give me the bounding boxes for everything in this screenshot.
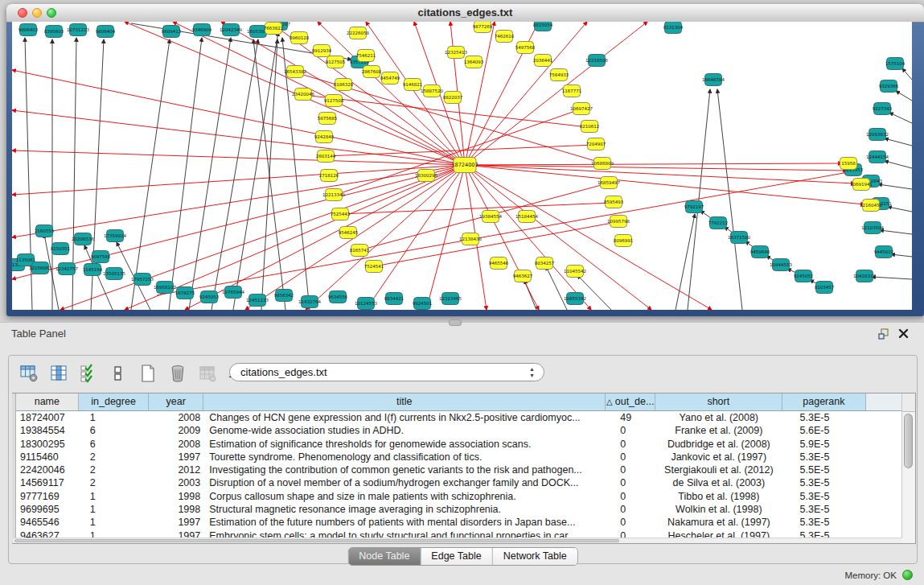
horizontal-scrollbar[interactable] [13, 538, 902, 543]
graph-node[interactable]: 8834421 [384, 293, 405, 305]
column-header-pagerank[interactable]: pagerank [782, 393, 867, 411]
table-cell[interactable]: Genome-wide association studies in ADHD. [203, 424, 606, 437]
graph-node[interactable]: 16371500 [728, 232, 750, 244]
table-cell[interactable]: 1998 [149, 503, 203, 516]
graph-node[interactable]: 5875685 [318, 113, 338, 125]
table-cell[interactable] [866, 516, 902, 529]
graph-edge[interactable] [688, 89, 710, 310]
graph-node[interactable]: 2867608 [362, 66, 382, 78]
delete-table-icon[interactable] [167, 363, 188, 384]
graph-edge[interactable] [253, 39, 285, 310]
graph-node[interactable]: 12213349 [322, 189, 345, 201]
graph-node[interactable]: 1575104 [885, 58, 906, 70]
network-view[interactable]: 9806403839560310731223980640486094139346… [12, 22, 912, 310]
table-cell[interactable]: 5.3E-5 [782, 503, 867, 516]
graph-edge[interactable] [896, 91, 912, 101]
graph-edge[interactable] [878, 184, 912, 189]
table-row[interactable]: 1830029562008Estimation of significance … [16, 438, 902, 451]
graph-edge[interactable] [465, 22, 495, 165]
graph-node[interactable]: 9127508 [324, 95, 344, 107]
tab-node-table[interactable]: Node Table [348, 548, 421, 565]
table-row[interactable]: 969969511998Structural magnetic resonanc… [16, 503, 902, 516]
graph-node[interactable]: 9245052 [794, 270, 814, 282]
graph-node[interactable]: 7525443 [331, 208, 351, 220]
graph-node[interactable]: 10686809 [591, 158, 614, 170]
graph-edge[interactable] [12, 70, 465, 165]
close-panel-icon[interactable] [897, 328, 910, 340]
table-cell[interactable] [866, 438, 902, 451]
graph-node[interactable]: 12138438 [459, 233, 482, 245]
graph-node[interactable]: 8960128 [290, 32, 310, 44]
table-cell[interactable] [866, 424, 902, 437]
table-cell[interactable]: 0 [606, 438, 655, 451]
table-cell[interactable]: Structural magnetic resonance image aver… [203, 503, 606, 516]
table-cell[interactable]: 22420046 [16, 463, 79, 476]
graph-node[interactable]: 13505135 [103, 268, 125, 280]
table-source-select[interactable]: citations_edges.txt ▲▼ [229, 363, 544, 381]
graph-node[interactable]: 9127505 [326, 56, 346, 68]
filter-rows-icon[interactable] [78, 363, 99, 384]
table-cell[interactable]: Investigating the contribution of common… [203, 463, 606, 476]
graph-node[interactable]: 15887520 [421, 85, 443, 97]
table-cell[interactable]: Disruption of a novel member of a sodium… [203, 476, 606, 489]
graph-edge[interactable] [189, 38, 231, 310]
graph-node[interactable]: 9877269 [473, 22, 493, 33]
graph-node[interactable]: 1364093 [464, 56, 484, 68]
graph-node[interactable]: 9856342 [274, 290, 294, 302]
table-cell[interactable]: 5.3E-5 [782, 516, 867, 529]
graph-node[interactable]: 7204907 [586, 138, 606, 150]
memory-indicator-icon[interactable] [902, 570, 913, 580]
graph-node[interactable]: 8165743 [350, 245, 370, 257]
table-cell[interactable]: 5.5E-5 [782, 463, 867, 476]
graph-edge[interactable] [334, 109, 580, 196]
graph-edge[interactable] [366, 165, 465, 310]
graph-edge[interactable] [465, 22, 647, 165]
graph-edge[interactable] [676, 214, 695, 310]
float-panel-icon[interactable] [877, 328, 890, 340]
graph-node[interactable]: 5497568 [515, 42, 536, 54]
graph-node[interactable]: 8150351 [51, 243, 71, 255]
graph-node[interactable]: 12093832 [866, 129, 889, 141]
table-cell[interactable]: 5.3E-5 [782, 476, 867, 489]
graph-node[interactable]: 9806404 [96, 26, 116, 38]
graph-edge[interactable] [889, 113, 912, 123]
import-table-icon[interactable] [197, 363, 218, 384]
table-cell[interactable]: 9115460 [16, 451, 79, 463]
graph-node[interactable]: 20206536 [72, 233, 94, 245]
graph-node[interactable]: 16859497 [598, 177, 620, 189]
graph-node[interactable]: 8595493 [604, 196, 624, 208]
new-document-icon[interactable] [138, 363, 158, 384]
graph-node[interactable]: 1678275 [175, 287, 195, 299]
graph-node[interactable]: 8912934 [312, 45, 332, 57]
table-cell[interactable]: 1997 [149, 516, 203, 529]
graph-node[interactable]: 9806403 [18, 24, 39, 36]
graph-edge[interactable] [318, 22, 465, 165]
graph-edge[interactable] [211, 39, 258, 310]
table-row[interactable]: 2242004622012Investigating the contribut… [16, 463, 902, 476]
table-row[interactable]: 977716911998Corpus callosum shape and si… [16, 490, 902, 503]
table-cell[interactable]: Dudbridge et al. (2008) [655, 438, 782, 451]
graph-node[interactable]: 7792212 [708, 217, 729, 229]
graph-node[interactable]: 2803144 [316, 150, 336, 163]
graph-node[interactable]: 12218506 [585, 55, 608, 67]
table-cell[interactable] [866, 463, 902, 476]
graph-node[interactable]: 15184454 [515, 211, 538, 223]
graph-node[interactable]: 12444154 [866, 151, 889, 163]
table-cell[interactable] [866, 476, 902, 489]
table-row[interactable]: 1456911722003Disruption of a novel membe… [16, 476, 902, 489]
table-cell[interactable]: 2012 [149, 463, 203, 476]
table-cell[interactable]: 1997 [149, 451, 203, 463]
table-cell[interactable]: 1 [79, 503, 150, 516]
column-header-year[interactable]: year [149, 393, 203, 411]
table-cell[interactable]: 2 [79, 451, 150, 463]
graph-node[interactable]: 8210612 [580, 121, 600, 133]
graph-node[interactable]: 12325413 [445, 47, 467, 59]
table-cell[interactable]: 5.3E-5 [782, 490, 867, 503]
horizontal-scrollbar-thumb[interactable] [14, 539, 619, 542]
table-cell[interactable]: Estimation of the future numbers of pati… [203, 516, 606, 529]
graph-node[interactable]: 15958 [840, 158, 857, 170]
table-cell[interactable]: Corpus callosum shape and size in male p… [203, 490, 606, 503]
table-cell[interactable]: Tibbo et al. (1998) [655, 490, 782, 503]
table-row[interactable]: 1872400712008Changes of HCN gene express… [16, 411, 902, 424]
graph-edge[interactable] [465, 165, 864, 204]
